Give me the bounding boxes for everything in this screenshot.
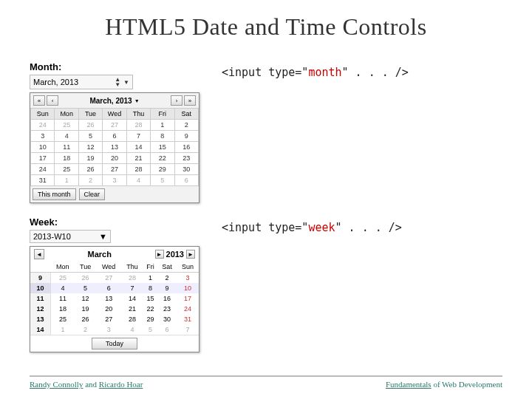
calendar-day[interactable]: 7	[126, 131, 150, 142]
calendar-day[interactable]: 23	[157, 304, 176, 314]
calendar-week-row[interactable]: 1111121314151617	[30, 293, 199, 304]
next-month-button[interactable]: ►	[155, 250, 164, 259]
calendar-day[interactable]: 27	[96, 314, 122, 324]
calendar-day[interactable]: 12	[78, 142, 102, 153]
year-next-button[interactable]: ►	[186, 250, 195, 259]
next-month-button[interactable]: ›	[171, 95, 183, 106]
calendar-day[interactable]: 23	[174, 153, 198, 164]
calendar-day[interactable]: 25	[50, 314, 75, 324]
calendar-day[interactable]: 21	[126, 153, 150, 164]
calendar-day[interactable]: 19	[78, 153, 102, 164]
calendar-day[interactable]: 3	[103, 175, 126, 186]
calendar-day[interactable]: 16	[157, 293, 176, 304]
calendar-day[interactable]: 7	[177, 324, 199, 335]
prev-month-button[interactable]: ‹	[47, 95, 58, 106]
today-button[interactable]: Today	[92, 338, 137, 349]
calendar-day[interactable]: 11	[55, 142, 78, 153]
calendar-day[interactable]: 14	[121, 293, 143, 304]
calendar-day[interactable]: 28	[126, 120, 150, 131]
calendar-day[interactable]: 31	[31, 175, 55, 186]
calendar-day[interactable]: 18	[55, 153, 78, 164]
calendar-day[interactable]: 22	[151, 153, 174, 164]
calendar-day[interactable]: 6	[96, 283, 122, 293]
calendar-day[interactable]: 15	[151, 142, 174, 153]
calendar-day[interactable]: 6	[174, 175, 198, 186]
calendar-day[interactable]: 1	[50, 324, 75, 335]
calendar-day[interactable]: 4	[121, 324, 143, 335]
calendar-day[interactable]: 16	[174, 142, 198, 153]
month-input[interactable]: March, 2013 ▲▼ ▼	[30, 75, 133, 89]
calendar-day[interactable]: 17	[31, 153, 55, 164]
prev-month-button[interactable]: ◄	[34, 249, 44, 259]
calendar-day[interactable]: 3	[96, 324, 122, 335]
calendar-day[interactable]: 28	[126, 164, 150, 175]
calendar-day[interactable]: 26	[75, 273, 96, 284]
calendar-day[interactable]: 21	[121, 304, 143, 314]
calendar-day[interactable]: 24	[31, 164, 55, 175]
calendar-day[interactable]: 25	[55, 120, 78, 131]
calendar-day[interactable]: 2	[75, 324, 96, 335]
calendar-day[interactable]: 12	[75, 293, 96, 304]
calendar-day[interactable]: 4	[50, 283, 75, 293]
calendar-day[interactable]: 10	[177, 283, 199, 293]
dropdown-icon[interactable]: ▼	[123, 79, 129, 86]
calendar-day[interactable]: 26	[78, 164, 102, 175]
calendar-day[interactable]: 6	[103, 131, 126, 142]
this-month-button[interactable]: This month	[33, 188, 76, 200]
calendar-day[interactable]: 17	[177, 293, 199, 304]
calendar-day[interactable]: 4	[55, 131, 78, 142]
week-input[interactable]: 2013-W10 ▼	[30, 230, 111, 243]
calendar-day[interactable]: 27	[103, 120, 126, 131]
calendar-day[interactable]: 3	[31, 131, 55, 142]
calendar-day[interactable]: 2	[157, 273, 176, 284]
calendar-day[interactable]: 15	[143, 293, 158, 304]
calendar-day[interactable]: 28	[121, 273, 143, 284]
calendar-day[interactable]: 9	[174, 131, 198, 142]
calendar-day[interactable]: 8	[143, 283, 158, 293]
next-year-button[interactable]: »	[184, 95, 196, 106]
calendar-day[interactable]: 5	[78, 131, 102, 142]
calendar-day[interactable]: 13	[96, 293, 122, 304]
month-cal-current[interactable]: March, 2013 ▼	[89, 97, 139, 105]
calendar-day[interactable]: 11	[50, 293, 75, 304]
calendar-day[interactable]: 1	[151, 120, 174, 131]
calendar-day[interactable]: 5	[75, 283, 96, 293]
calendar-day[interactable]: 29	[143, 314, 158, 324]
dropdown-icon[interactable]: ▼	[99, 232, 107, 241]
calendar-week-row[interactable]: 1325262728293031	[30, 314, 199, 324]
calendar-day[interactable]: 26	[78, 120, 102, 131]
calendar-day[interactable]: 2	[78, 175, 102, 186]
calendar-day[interactable]: 19	[75, 304, 96, 314]
calendar-day[interactable]: 25	[55, 164, 78, 175]
calendar-day[interactable]: 30	[157, 314, 176, 324]
calendar-day[interactable]: 14	[126, 142, 150, 153]
calendar-day[interactable]: 7	[121, 283, 143, 293]
calendar-week-row[interactable]: 1045678910	[30, 283, 199, 293]
calendar-day[interactable]: 6	[157, 324, 176, 335]
calendar-day[interactable]: 22	[143, 304, 158, 314]
calendar-day[interactable]: 26	[75, 314, 96, 324]
calendar-day[interactable]: 5	[151, 175, 174, 186]
calendar-day[interactable]: 5	[143, 324, 158, 335]
calendar-day[interactable]: 10	[31, 142, 55, 153]
calendar-day[interactable]: 27	[103, 164, 126, 175]
calendar-day[interactable]: 18	[50, 304, 75, 314]
calendar-day[interactable]: 24	[31, 120, 55, 131]
calendar-day[interactable]: 25	[50, 273, 75, 284]
calendar-day[interactable]: 9	[157, 283, 176, 293]
calendar-day[interactable]: 1	[143, 273, 158, 284]
calendar-day[interactable]: 29	[151, 164, 174, 175]
calendar-day[interactable]: 13	[103, 142, 126, 153]
calendar-day[interactable]: 31	[177, 314, 199, 324]
calendar-day[interactable]: 8	[151, 131, 174, 142]
calendar-day[interactable]: 20	[103, 153, 126, 164]
spinner-icon[interactable]: ▲▼	[115, 77, 120, 87]
calendar-day[interactable]: 2	[174, 120, 198, 131]
calendar-day[interactable]: 28	[121, 314, 143, 324]
calendar-week-row[interactable]: 1218192021222324	[30, 304, 199, 314]
calendar-day[interactable]: 30	[174, 164, 198, 175]
calendar-week-row[interactable]: 141234567	[30, 324, 199, 335]
calendar-day[interactable]: 27	[96, 273, 122, 284]
calendar-day[interactable]: 4	[126, 175, 150, 186]
calendar-week-row[interactable]: 925262728123	[30, 273, 199, 284]
